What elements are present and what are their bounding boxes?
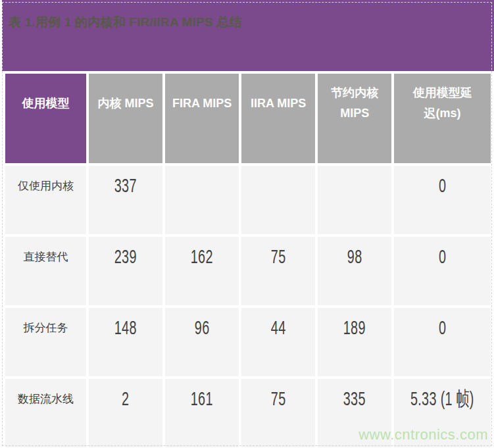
cell-value: 161	[191, 387, 213, 410]
col-header-model-latency: 使用模型延迟(ms)	[394, 74, 491, 163]
data-cell	[241, 166, 315, 234]
site-watermark: www.cntronics.com	[358, 426, 488, 443]
data-cell: 239	[89, 237, 162, 305]
data-cell: 148	[89, 308, 162, 376]
col-header-label: 使用模型延迟(ms)	[409, 83, 476, 124]
data-cell	[318, 166, 391, 234]
data-cell: 0	[394, 308, 491, 376]
cell-value: 148	[114, 316, 137, 339]
data-cell: 0	[394, 166, 491, 234]
cell-value: 162	[191, 245, 213, 268]
row-label: 仅使用内核	[5, 166, 86, 234]
col-header-label: 内核 MIPS	[98, 93, 154, 114]
col-header-usage-model: 使用模型	[5, 74, 86, 163]
row-label: 拆分任务	[5, 308, 86, 376]
data-cell: 337	[89, 166, 162, 234]
cell-value: 75	[271, 245, 286, 268]
table-title-banner: 表 1.用例 1 的内核和 FIR/IIRA MIPS 总结	[2, 0, 494, 71]
cell-value: 75	[271, 387, 286, 410]
col-header-label: FIRA MIPS	[172, 93, 232, 114]
cell-value: 337	[114, 174, 137, 197]
col-header-fira-mips: FIRA MIPS	[165, 74, 239, 163]
cell-value: 189	[343, 316, 366, 339]
data-cell	[165, 166, 239, 234]
data-cell: 2	[89, 379, 162, 447]
data-cell: 96	[165, 308, 239, 376]
col-header-iira-mips: IIRA MIPS	[241, 74, 315, 163]
cell-value: 98	[347, 245, 362, 268]
cell-value: 0	[439, 316, 446, 339]
cell-value: 2	[122, 387, 129, 410]
col-header-core-mips: 内核 MIPS	[89, 74, 162, 163]
cell-value: 335	[343, 387, 366, 410]
row-label: 直接替代	[5, 237, 86, 305]
cell-value: 96	[195, 316, 210, 339]
data-cell: 162	[165, 237, 239, 305]
col-header-label: 节约内核 MIPS	[322, 83, 387, 124]
table-title: 表 1.用例 1 的内核和 FIR/IIRA MIPS 总结	[9, 14, 486, 31]
data-cell: 161	[165, 379, 239, 447]
col-header-label: 使用模型	[22, 93, 70, 114]
data-cell: 98	[318, 237, 391, 305]
data-cell: 44	[241, 308, 315, 376]
cell-value: 5.33 (1 帧)	[410, 386, 474, 412]
col-header-saved-core-mips: 节约内核 MIPS	[318, 74, 391, 163]
cell-value: 0	[439, 245, 446, 268]
cell-value: 239	[114, 245, 137, 268]
mips-table: 使用模型 内核 MIPS FIRA MIPS IIRA MIPS 节约内核 MI…	[5, 74, 491, 447]
data-cell: 75	[241, 237, 315, 305]
cell-value: 0	[439, 174, 446, 197]
data-cell: 189	[318, 308, 391, 376]
cell-value: 44	[271, 316, 286, 339]
data-cell: 75	[241, 379, 315, 447]
col-header-label: IIRA MIPS	[251, 93, 306, 114]
data-cell: 0	[394, 237, 491, 305]
row-label: 数据流水线	[5, 379, 86, 447]
table-figure: 表 1.用例 1 的内核和 FIR/IIRA MIPS 总结 使用模型 内核 M…	[0, 0, 494, 448]
